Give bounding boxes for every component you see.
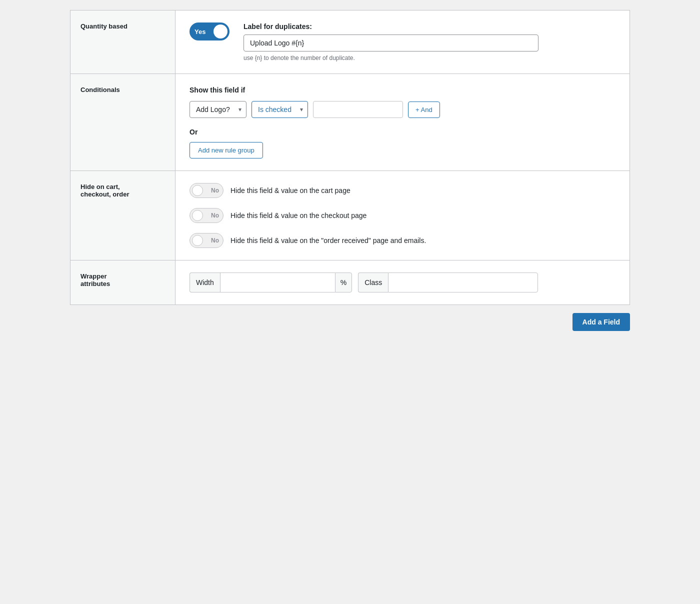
- toggle-container: Yes: [190, 22, 230, 40]
- condition-select[interactable]: Is checked: [252, 101, 308, 118]
- conditionals-content: Show this field if Add Logo? Is checked …: [176, 74, 630, 170]
- percent-label: %: [335, 272, 352, 292]
- wrapper-attrs-row: Width % Class: [190, 272, 616, 292]
- class-label: Class: [358, 272, 388, 292]
- or-label: Or: [190, 128, 616, 136]
- hide-cart-toggle[interactable]: No: [190, 183, 224, 198]
- label-for-duplicates-title: Label for duplicates:: [244, 22, 312, 30]
- class-input[interactable]: [388, 272, 538, 292]
- toggle-knob: [214, 24, 228, 38]
- hide-checkout-option: No Hide this field & value on the checko…: [190, 208, 616, 223]
- hide-checkout-description: Hide this field & value on the checkout …: [230, 212, 366, 220]
- hide-cart-description: Hide this field & value on the cart page: [230, 186, 350, 194]
- quantity-based-label: Quantity based: [70, 10, 176, 74]
- hide-checkout-toggle[interactable]: No: [190, 208, 224, 223]
- conditions-row: Add Logo? Is checked + And: [190, 101, 616, 118]
- hide-on-cart-content: No Hide this field & value on the cart p…: [176, 171, 630, 260]
- wrapper-attributes-content: Width % Class: [176, 260, 630, 304]
- hide-order-toggle[interactable]: No: [190, 233, 224, 248]
- duplicates-section: Label for duplicates: use {n} to denote …: [244, 22, 616, 62]
- wrapper-attributes-label: Wrapper attributes: [70, 260, 176, 304]
- hide-cart-option: No Hide this field & value on the cart p…: [190, 183, 616, 198]
- hide-on-cart-row: Hide on cart, checkout, order No Hide th…: [70, 171, 630, 260]
- hide-checkout-knob: [192, 210, 203, 221]
- condition-select-wrapper: Is checked: [252, 101, 308, 118]
- helper-text: use {n} to denote the number of duplicat…: [244, 54, 616, 62]
- show-field-label: Show this field if: [190, 86, 616, 94]
- hide-on-cart-label: Hide on cart, checkout, order: [70, 171, 176, 260]
- page-footer: Add a Field: [70, 305, 630, 339]
- label-for-duplicates-section: Label for duplicates:: [244, 22, 616, 30]
- wrapper-attributes-row: Wrapper attributes Width % Class: [70, 260, 630, 304]
- width-input[interactable]: [220, 272, 335, 292]
- condition-value-input[interactable]: [313, 101, 403, 118]
- field-select[interactable]: Add Logo?: [190, 101, 246, 118]
- label-duplicates-input[interactable]: [244, 34, 538, 52]
- toggle-yes-label: Yes: [194, 28, 206, 36]
- field-select-wrapper: Add Logo?: [190, 101, 246, 118]
- hide-checkout-toggle-label: No: [211, 212, 219, 219]
- and-button[interactable]: + And: [408, 102, 440, 118]
- quantity-based-row: Quantity based Yes Label for duplicates:: [70, 10, 630, 74]
- conditionals-row: Conditionals Show this field if Add Logo…: [70, 74, 630, 171]
- hide-order-option: No Hide this field & value on the "order…: [190, 233, 616, 248]
- hide-order-knob: [192, 235, 203, 246]
- hide-order-toggle-label: No: [211, 237, 219, 244]
- hide-order-description: Hide this field & value on the "order re…: [230, 236, 426, 244]
- add-rule-group-button[interactable]: Add new rule group: [190, 142, 263, 158]
- add-field-button[interactable]: Add a Field: [572, 313, 630, 331]
- conditionals-label: Conditionals: [70, 74, 176, 170]
- hide-cart-toggle-label: No: [211, 187, 219, 194]
- quantity-based-content: Yes Label for duplicates: use {n} to den…: [176, 10, 630, 74]
- hide-cart-knob: [192, 185, 203, 196]
- width-label: Width: [190, 272, 220, 292]
- quantity-toggle[interactable]: Yes: [190, 22, 230, 40]
